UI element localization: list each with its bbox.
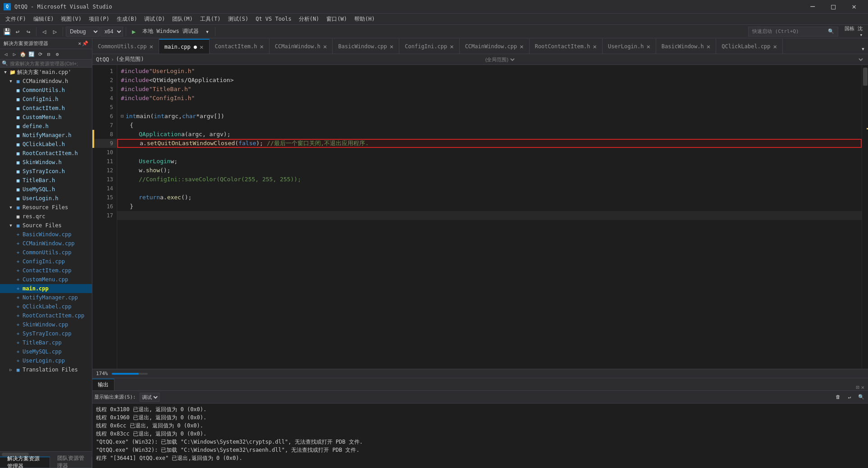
output-close-icon[interactable]: ✕: [861, 384, 864, 390]
list-item[interactable]: ■SysTrayIcon.h: [0, 167, 92, 176]
zoom-label[interactable]: 174%: [96, 371, 108, 376]
tab-overflow-btn[interactable]: ▾: [858, 44, 868, 54]
fold-indicator-6[interactable]: ⊟: [121, 112, 124, 121]
back-btn[interactable]: ◁: [39, 27, 49, 37]
tab-configini[interactable]: ConfigIni.cpp ✕: [399, 39, 459, 54]
list-item[interactable]: +SkinWindow.cpp: [0, 320, 92, 329]
list-item[interactable]: +ConfigIni.cpp: [0, 257, 92, 266]
list-item[interactable]: ■CustomMenu.h: [0, 113, 92, 122]
breadcrumb-project[interactable]: QtQQ: [96, 56, 109, 63]
config-dropdown[interactable]: Debug Release: [66, 27, 100, 37]
se-tab-solution[interactable]: 解决方案资源管理器: [0, 457, 50, 468]
list-item[interactable]: +RootContactItem.cpp: [0, 311, 92, 320]
tree-source-files[interactable]: ▼ ■ Source Files: [0, 221, 92, 230]
run-icon[interactable]: ▶: [129, 27, 139, 37]
tab-ccmainwindow-h[interactable]: CCMainWindow.h ✕: [270, 39, 333, 54]
output-clear-btn[interactable]: 🗑: [833, 392, 843, 402]
tab-qclicklabel[interactable]: QClickLabel.cpp ✕: [716, 39, 783, 54]
list-item[interactable]: ■res.qrc: [0, 212, 92, 221]
tab-userlogin-h[interactable]: UserLogin.h ✕: [603, 39, 656, 54]
list-item[interactable]: +UserLogin.cpp: [0, 356, 92, 365]
se-close-icon[interactable]: ✕: [78, 41, 81, 46]
tree-main-cpp[interactable]: +main.cpp: [0, 284, 92, 293]
undo-btn[interactable]: ↩: [13, 27, 23, 37]
menu-project[interactable]: 项目(P): [85, 14, 113, 25]
breadcrumb-scope[interactable]: (全局范围): [116, 55, 144, 63]
list-item[interactable]: ■UserLogin.h: [0, 194, 92, 203]
se-filter-btn[interactable]: ⚙: [53, 50, 61, 58]
menu-team[interactable]: 团队(M): [169, 14, 196, 25]
tab-close-icon[interactable]: ✕: [390, 43, 393, 50]
menu-file[interactable]: 文件(F): [2, 14, 30, 25]
tab-close-icon[interactable]: ✕: [323, 43, 327, 50]
menu-help[interactable]: 帮助(H): [351, 14, 379, 25]
menu-window[interactable]: 窗口(W): [323, 14, 351, 25]
redo-btn[interactable]: ↪: [23, 27, 33, 37]
code-content[interactable]: #include "UserLogin.h" #include <QtWidge…: [117, 65, 862, 369]
se-back-btn[interactable]: ◁: [2, 50, 10, 58]
se-collapse-btn[interactable]: ⊟: [45, 50, 53, 58]
list-item[interactable]: +SysTrayIcon.cpp: [0, 329, 92, 338]
output-wrap-btn[interactable]: ↵: [845, 392, 854, 402]
run-dropdown[interactable]: ▾: [202, 27, 212, 37]
symbol-dropdown[interactable]: [855, 56, 864, 63]
tab-basicwindow-h[interactable]: BasicWindow.h ✕: [656, 39, 716, 54]
menu-analyze[interactable]: 分析(N): [295, 14, 323, 25]
menu-qtvs[interactable]: Qt VS Tools: [252, 14, 295, 25]
output-float-icon[interactable]: ⊡: [856, 384, 859, 390]
minimize-button[interactable]: ─: [802, 0, 823, 14]
se-fwd-btn[interactable]: ▷: [10, 50, 18, 58]
menu-view[interactable]: 视图(V): [57, 14, 85, 25]
save-btn[interactable]: 💾: [2, 27, 12, 37]
maximize-button[interactable]: □: [823, 0, 844, 14]
tree-resource-files[interactable]: ▼ ■ Resource Files: [0, 203, 92, 212]
menu-test[interactable]: 测试(S): [224, 14, 252, 25]
tab-close-icon[interactable]: ✕: [260, 43, 263, 50]
output-tab-output[interactable]: 输出: [92, 379, 114, 390]
tab-close-icon[interactable]: ✕: [707, 43, 710, 50]
platform-dropdown[interactable]: x64 x86: [101, 27, 123, 37]
right-scrollbar[interactable]: [862, 65, 868, 369]
fwd-btn[interactable]: ▷: [50, 27, 60, 37]
se-tab-team[interactable]: 团队资源管理器: [50, 457, 92, 468]
close-button[interactable]: ✕: [844, 0, 864, 14]
list-item[interactable]: ■QClickLabel.h: [0, 140, 92, 149]
se-search-bar[interactable]: 🔍: [0, 60, 92, 68]
list-item[interactable]: +BasicWindow.cpp: [0, 230, 92, 239]
tab-basicwindow[interactable]: BasicWindow.cpp ✕: [333, 39, 399, 54]
se-pin-icon[interactable]: 📌: [82, 41, 88, 46]
list-item[interactable]: ■ContactItem.h: [0, 104, 92, 113]
list-item[interactable]: +NotifyManager.cpp: [0, 293, 92, 302]
list-item[interactable]: ■define.h: [0, 122, 92, 131]
tab-close-icon[interactable]: ✕: [773, 43, 777, 50]
menu-debug[interactable]: 调试(D): [141, 14, 169, 25]
run-label[interactable]: 本地 Windows 调试器: [140, 27, 201, 36]
menu-build[interactable]: 生成(B): [113, 14, 141, 25]
list-item[interactable]: ■CommonUtils.h: [0, 86, 92, 95]
list-item[interactable]: ■RootContactItem.h: [0, 149, 92, 158]
list-item[interactable]: ■NotifyManager.h: [0, 131, 92, 140]
vscroll-thumb[interactable]: [863, 68, 868, 86]
scope-dropdown[interactable]: (全局范围): [484, 56, 516, 63]
tab-close-icon[interactable]: ✕: [593, 43, 596, 50]
output-find-btn[interactable]: 🔍: [856, 392, 866, 402]
tab-contactitem[interactable]: ContactItem.h ✕: [210, 39, 270, 54]
list-item[interactable]: ■UseMySQL.h: [0, 185, 92, 194]
list-item[interactable]: +UseMySQL.cpp: [0, 347, 92, 356]
list-item[interactable]: ■SkinWindow.h: [0, 158, 92, 167]
tab-main[interactable]: main.cpp ● ✕: [159, 39, 210, 54]
tab-ccmainwindow-cpp[interactable]: CCMainWindow.cpp ✕: [460, 39, 530, 54]
se-search-input[interactable]: [10, 61, 78, 66]
tab-close-icon[interactable]: ✕: [450, 43, 453, 50]
list-item[interactable]: +ContactItem.cpp: [0, 266, 92, 275]
tab-rootcontact[interactable]: RootContactItem.h ✕: [530, 39, 603, 54]
menu-edit[interactable]: 编辑(E): [30, 14, 58, 25]
list-item[interactable]: +CustomMenu.cpp: [0, 275, 92, 284]
list-item[interactable]: +CommonUtils.cpp: [0, 248, 92, 257]
list-item[interactable]: +TitleBar.cpp: [0, 338, 92, 347]
tab-close-icon[interactable]: ✕: [200, 43, 203, 50]
zoom-slider[interactable]: [112, 373, 148, 375]
tree-root[interactable]: ▼ 📁 解决方案'main.cpp': [0, 68, 92, 77]
output-source-dropdown[interactable]: 调试: [140, 393, 160, 402]
tab-commonutils[interactable]: CommonUtils.cpp ✕: [92, 39, 159, 54]
